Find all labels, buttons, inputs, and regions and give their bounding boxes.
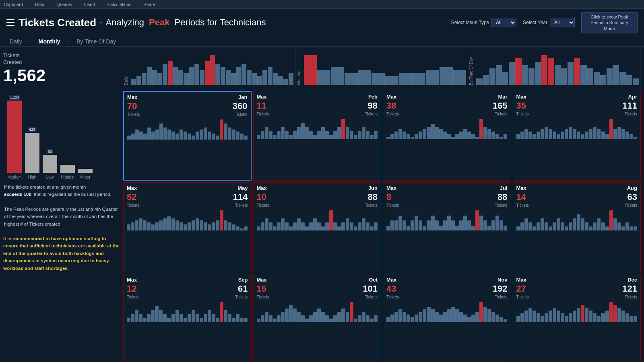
month-max-label: Max	[516, 185, 526, 191]
mini-bar	[163, 64, 167, 85]
tab-monthly[interactable]: Monthly	[35, 37, 64, 46]
issue-type-select[interactable]: All	[491, 18, 516, 27]
menu-share[interactable]: Share	[143, 2, 155, 7]
month-bar	[163, 218, 167, 230]
hamburger-icon[interactable]	[6, 19, 14, 26]
month-total-label: Tickets	[365, 112, 378, 116]
month-bar	[601, 313, 605, 322]
month-max-value: 43	[386, 284, 396, 294]
month-max-label: Max	[386, 185, 396, 191]
page-title: Tickets Created	[19, 16, 96, 29]
month-bar	[451, 137, 455, 139]
overview-label-daily: Daily	[124, 53, 128, 85]
month-bar	[297, 127, 301, 139]
month-bar	[224, 220, 227, 230]
month-bar	[212, 134, 215, 140]
header-title: Tickets Created - Analyzing Peak Periods…	[6, 16, 266, 29]
mini-bar	[502, 72, 508, 85]
month-bar	[516, 316, 520, 322]
mini-bar	[236, 67, 241, 85]
month-bar	[374, 131, 378, 139]
month-bar	[289, 226, 293, 230]
month-bar	[139, 218, 142, 230]
month-card-mar[interactable]: MaxMar38165TicketsTickets	[383, 91, 511, 181]
month-bar	[346, 127, 349, 139]
month-bar	[289, 135, 293, 139]
mini-bar	[522, 65, 528, 85]
month-bar	[415, 134, 418, 139]
mini-bar	[372, 73, 385, 85]
month-card-sep[interactable]: MaxSep1261TicketsTickets	[123, 274, 252, 362]
month-card-oct[interactable]: MaxOct15101TicketsTickets	[253, 274, 382, 362]
month-bar	[366, 222, 369, 230]
month-bar	[261, 222, 264, 230]
month-tickets-label: Tickets	[257, 295, 269, 299]
month-bar	[541, 218, 544, 230]
month-total-value: 360	[233, 101, 248, 111]
month-total-label: Tickets	[625, 295, 637, 299]
month-bar	[175, 220, 179, 230]
menu-data[interactable]: Data	[35, 2, 44, 7]
tab-daily[interactable]: Daily	[6, 37, 25, 46]
mini-bar	[221, 67, 225, 85]
mini-bar	[613, 65, 619, 85]
month-bar	[151, 132, 155, 140]
month-card-dec[interactable]: MaxDec27121TicketsTickets	[513, 274, 641, 362]
month-card-may[interactable]: MaxMay52114TicketsTickets	[123, 182, 252, 272]
header-left: Tickets Created - Analyzing Peak Periods…	[6, 16, 266, 29]
month-card-jan[interactable]: MaxJan70360TicketsTickets	[123, 91, 252, 181]
month-tickets-label: Tickets	[127, 295, 139, 299]
menu-clipboard[interactable]: Clipboard	[4, 2, 23, 7]
month-bar	[333, 131, 337, 139]
month-bar	[366, 131, 369, 139]
month-bar	[257, 226, 260, 230]
mini-bar	[142, 73, 147, 85]
month-bar	[337, 312, 341, 322]
month-bar	[277, 222, 281, 230]
month-bar	[200, 318, 203, 322]
month-bar	[398, 309, 402, 322]
left-bar-0: 1,124Medium	[7, 95, 22, 179]
month-bar	[297, 312, 301, 322]
month-bar	[487, 129, 491, 139]
month-card-nov[interactable]: MaxNov43192TicketsTickets	[383, 274, 511, 362]
month-card-aug[interactable]: MaxAug1463TicketsTickets	[513, 182, 641, 272]
month-bar	[609, 210, 613, 230]
exceeds-bold: exceeds 100	[4, 192, 31, 197]
year-select[interactable]: All	[550, 18, 575, 27]
mini-bar	[226, 70, 231, 85]
month-bar	[621, 226, 625, 230]
month-bar	[220, 210, 223, 230]
month-card-jul[interactable]: MaxJul888TicketsTickets	[383, 182, 511, 272]
month-card-jun[interactable]: MaxJun1088TicketsTickets	[253, 182, 382, 272]
month-bar	[204, 222, 207, 230]
menu-insert[interactable]: Insert	[84, 2, 95, 7]
month-card-feb[interactable]: MaxFeb1198TicketsTickets	[253, 91, 382, 181]
year-label: Select Year	[523, 20, 547, 25]
month-bar	[394, 312, 398, 322]
month-bar	[402, 132, 406, 139]
month-bar	[301, 315, 305, 322]
month-bar	[305, 226, 309, 230]
menu-calculations[interactable]: Calculations	[107, 2, 131, 7]
month-bar	[439, 129, 443, 139]
peak-mode-button[interactable]: Click to show Peak Period in Summary Mod…	[581, 12, 638, 33]
month-bar	[309, 315, 313, 322]
menu-queries[interactable]: Queries	[56, 2, 72, 7]
tab-by-time-of-day[interactable]: By Time Of Day	[73, 37, 119, 46]
month-bar	[621, 311, 625, 322]
month-bar	[163, 128, 167, 140]
month-card-apr[interactable]: MaxApr35111TicketsTickets	[513, 91, 641, 181]
month-bar	[208, 310, 211, 322]
month-bar	[228, 128, 231, 140]
mini-bar	[440, 67, 453, 85]
mini-bar	[489, 68, 495, 85]
month-max-value: 8	[386, 192, 391, 202]
overview-label-byTimeOfDay: By Time Of Day	[469, 53, 473, 85]
month-bar	[184, 318, 187, 322]
month-bar	[402, 220, 406, 230]
month-bar	[208, 224, 211, 230]
mini-bar	[247, 70, 252, 85]
month-bar	[487, 309, 491, 322]
month-bar	[402, 312, 406, 322]
